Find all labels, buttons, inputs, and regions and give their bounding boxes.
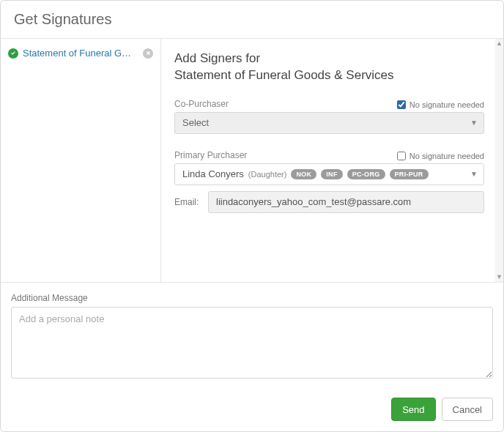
- scroll-down-icon[interactable]: ▼: [496, 274, 503, 280]
- additional-message-label: Additional Message: [11, 293, 493, 303]
- email-row: Email:: [174, 191, 484, 213]
- modal-title: Get Signatures: [14, 11, 490, 28]
- co-purchaser-no-sig-checkbox[interactable]: [397, 100, 406, 109]
- vertical-scrollbar[interactable]: ▲ ▼: [495, 39, 503, 282]
- get-signatures-modal: Get Signatures Statement of Funeral G… A…: [0, 0, 504, 432]
- signer-name: Linda Conyers: [182, 168, 244, 179]
- tag-inf: INF: [321, 169, 342, 180]
- field-header: Co-Purchaser No signature needed: [174, 99, 484, 109]
- primary-purchaser-no-sig[interactable]: No signature needed: [397, 152, 484, 160]
- document-name[interactable]: Statement of Funeral G…: [23, 48, 138, 59]
- check-circle-icon: [8, 48, 18, 59]
- tag-pc-org: PC-ORG: [347, 169, 385, 180]
- remove-document-icon[interactable]: [143, 48, 153, 59]
- co-purchaser-select[interactable]: Select ▼: [174, 112, 484, 134]
- chevron-down-icon: ▼: [470, 113, 478, 133]
- primary-purchaser-label: Primary Purchaser: [174, 150, 247, 160]
- email-label: Email:: [174, 197, 202, 207]
- additional-message-input[interactable]: [11, 307, 493, 379]
- co-purchaser-no-sig[interactable]: No signature needed: [397, 100, 484, 109]
- tag-nok: NOK: [291, 169, 316, 180]
- co-purchaser-label: Co-Purchaser: [174, 99, 229, 109]
- field-header: Primary Purchaser No signature needed: [174, 150, 484, 160]
- co-purchaser-selected: Select: [182, 117, 209, 128]
- modal-footer: Send Cancel: [1, 389, 503, 431]
- primary-purchaser-select[interactable]: Linda Conyers (Daughter) NOK INF PC-ORG …: [174, 163, 484, 185]
- tag-pri-pur: PRI-PUR: [390, 169, 429, 180]
- email-input[interactable]: [208, 191, 484, 213]
- signer-content: Linda Conyers (Daughter) NOK INF PC-ORG …: [182, 168, 429, 179]
- main-panel: Add Signers for Statement of Funeral Goo…: [161, 39, 503, 282]
- primary-purchaser-block: Primary Purchaser No signature needed Li…: [174, 150, 484, 213]
- send-button[interactable]: Send: [391, 398, 435, 421]
- modal-body: Statement of Funeral G… Add Signers for …: [1, 39, 503, 282]
- co-purchaser-block: Co-Purchaser No signature needed Select …: [174, 99, 484, 134]
- document-item[interactable]: Statement of Funeral G…: [8, 48, 153, 59]
- chevron-down-icon: ▼: [470, 164, 478, 185]
- primary-purchaser-no-sig-checkbox[interactable]: [397, 152, 406, 160]
- cancel-button[interactable]: Cancel: [442, 398, 493, 421]
- scroll-up-icon[interactable]: ▲: [496, 40, 503, 47]
- signer-relation: (Daughter): [248, 170, 287, 179]
- additional-message-section: Additional Message: [1, 282, 503, 389]
- add-signers-heading: Add Signers for Statement of Funeral Goo…: [174, 51, 484, 84]
- modal-header: Get Signatures: [1, 1, 503, 39]
- documents-sidebar: Statement of Funeral G…: [1, 39, 161, 282]
